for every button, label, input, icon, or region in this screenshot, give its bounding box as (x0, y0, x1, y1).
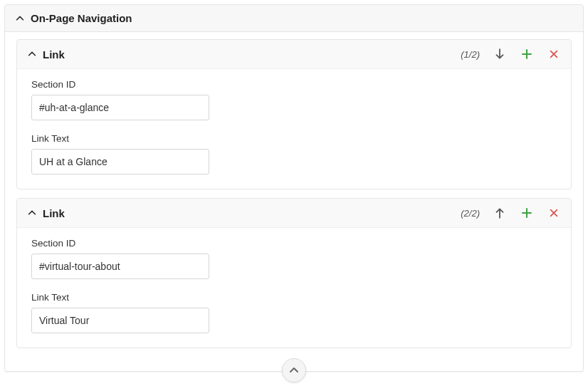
panel-header[interactable]: On-Page Navigation (5, 5, 583, 32)
add-button[interactable] (520, 206, 534, 220)
section-id-label: Section ID (31, 238, 557, 249)
section-id-field: Section ID (31, 238, 557, 279)
collapse-panel-button[interactable] (282, 358, 306, 382)
link-header-left: Link (27, 207, 65, 219)
chevron-up-icon (27, 208, 37, 218)
link-header-left: Link (27, 48, 65, 61)
section-id-input[interactable] (31, 254, 209, 279)
link-header-right: (2/2) (461, 206, 561, 220)
link-header[interactable]: Link (2/2) (17, 199, 571, 228)
delete-button[interactable] (547, 206, 561, 220)
panel-title: On-Page Navigation (31, 12, 132, 24)
link-block: Link (2/2) Section ID (16, 198, 572, 348)
link-body: Section ID Link Text (17, 228, 571, 348)
delete-button[interactable] (547, 47, 561, 61)
link-title: Link (43, 48, 65, 61)
link-title: Link (43, 207, 65, 219)
link-header-right: (1/2) (461, 47, 561, 61)
link-body: Section ID Link Text (17, 69, 571, 189)
link-text-field: Link Text (31, 133, 557, 174)
link-text-input[interactable] (31, 149, 209, 174)
link-header[interactable]: Link (1/2) (17, 40, 571, 69)
section-id-label: Section ID (31, 79, 557, 90)
link-text-field: Link Text (31, 292, 557, 333)
link-text-input[interactable] (31, 308, 209, 333)
move-up-button[interactable] (493, 206, 507, 220)
link-text-label: Link Text (31, 292, 557, 303)
link-counter: (2/2) (461, 208, 480, 219)
link-block: Link (1/2) Section ID (16, 39, 572, 189)
section-id-field: Section ID (31, 79, 557, 120)
chevron-up-icon (15, 14, 25, 24)
move-down-button[interactable] (493, 47, 507, 61)
link-counter: (1/2) (461, 49, 480, 60)
on-page-navigation-panel: On-Page Navigation Link (1/2) (4, 4, 584, 372)
chevron-up-icon (288, 365, 300, 376)
panel-body: Link (1/2) Section ID (5, 32, 583, 371)
link-text-label: Link Text (31, 133, 557, 144)
chevron-up-icon (27, 49, 37, 59)
section-id-input[interactable] (31, 95, 209, 120)
add-button[interactable] (520, 47, 534, 61)
